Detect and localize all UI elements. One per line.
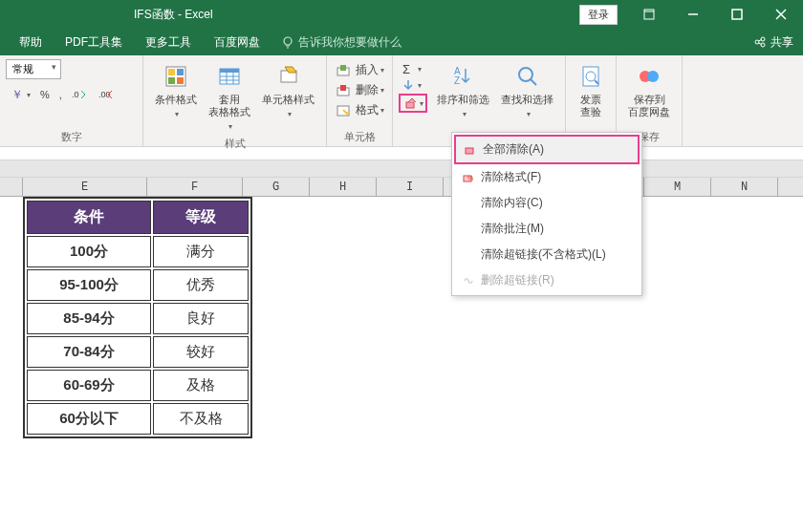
group-label-styles: 样式 [149,135,320,153]
increase-decimal-button[interactable]: .0 [68,86,93,103]
comma-button[interactable]: , [55,87,66,102]
clear-hyperlink-item[interactable]: 清除超链接(不含格式)(L) [454,242,640,267]
column-headers: E F G H I J K L M N [0,178,803,197]
eraser-format-icon: % [462,172,475,183]
format-as-table-button[interactable]: 套用 表格格式▾ [203,59,256,135]
svg-text:Z: Z [454,75,460,86]
svg-text:%: % [467,175,473,181]
tell-me-search[interactable]: 告诉我你想要做什么 [281,34,402,51]
group-label-cells: 单元格 [333,128,386,146]
close-icon[interactable] [759,0,803,29]
number-format-combo[interactable]: 常规 [6,59,61,79]
clear-all-item[interactable]: 全部清除(A) [454,135,640,164]
menu-help[interactable]: 帮助 [8,29,54,55]
ribbon-group-number: 常规 ￥▾ % , .0 .00 数字 [0,55,143,146]
svg-line-13 [759,43,762,45]
header-condition: 条件 [27,201,151,234]
svg-point-6 [284,37,292,45]
menu-baidu-cloud[interactable]: 百度网盘 [203,29,271,55]
table-row[interactable]: 100分满分 [27,236,249,267]
svg-text:￥: ￥ [11,88,23,101]
svg-text:Σ: Σ [402,62,410,75]
sort-filter-button[interactable]: AZ 排序和筛选▾ [431,59,495,122]
menubar: 帮助 PDF工具集 更多工具 百度网盘 告诉我你想要做什么 共享 [0,29,803,55]
svg-rect-3 [732,10,742,19]
col-header-e[interactable]: E [23,178,147,196]
col-header-i[interactable]: I [377,178,444,196]
svg-point-11 [761,43,765,47]
ribbon-options-icon[interactable] [627,0,671,29]
ribbon-group-styles: 条件格式▾ 套用 表格格式▾ 单元格样式▾ 样式 [143,55,327,146]
col-header-m[interactable]: M [644,178,711,196]
clear-format-item[interactable]: % 清除格式(F) [454,164,640,190]
share-label: 共享 [770,34,793,51]
remove-hyperlink-item: 删除超链接(R) [454,267,640,293]
svg-rect-32 [340,85,346,91]
ribbon-group-cells: 插入 ▾ 删除 ▾ 格式 ▾ 单元格 [327,55,393,146]
svg-text:.0: .0 [72,90,79,99]
share-button[interactable]: 共享 [753,34,793,51]
data-table[interactable]: 条件 等级 100分满分 95-100分优秀 85-94分良好 70-84分较好… [23,197,252,438]
select-all-corner[interactable] [0,178,23,196]
clear-dropdown-menu: 全部清除(A) % 清除格式(F) 清除内容(C) 清除批注(M) 清除超链接(… [451,132,642,296]
svg-rect-45 [466,148,473,154]
svg-point-10 [761,37,765,41]
svg-rect-19 [177,69,184,75]
spacer-bar [0,160,803,178]
titlebar: IFS函数 - Excel 登录 [0,0,803,29]
window-title: IFS函数 - Excel [134,7,213,23]
clear-content-item[interactable]: 清除内容(C) [454,190,640,216]
sheet-area[interactable]: E F G H I J K L M N 条件 等级 100分满分 95-100分… [0,178,803,531]
titlebar-controls: 登录 [579,0,803,29]
tell-me-label: 告诉我你想要做什么 [298,34,402,51]
maximize-icon[interactable] [715,0,759,29]
table-row[interactable]: 95-100分优秀 [27,269,249,301]
minimize-icon[interactable] [671,0,715,29]
currency-button[interactable]: ￥▾ [6,85,34,104]
lightbulb-icon [281,35,294,49]
group-label-number: 数字 [6,128,137,146]
insert-cells-button[interactable]: 插入 ▾ [333,61,386,79]
table-row[interactable]: 85-94分良好 [27,303,249,334]
table-header-row: 条件 等级 [27,201,249,234]
autosum-button[interactable]: Σ▾ [399,61,427,76]
format-cells-button[interactable]: 格式 ▾ [333,101,386,119]
svg-rect-30 [340,65,346,71]
clear-button[interactable]: ▾ [399,94,427,113]
svg-point-44 [647,71,659,82]
login-button[interactable]: 登录 [579,5,618,25]
formula-bar[interactable] [0,147,803,160]
svg-rect-23 [220,69,239,73]
ribbon: 常规 ￥▾ % , .0 .00 数字 条件格式▾ 套用 表格格式▾ [0,55,803,147]
table-row[interactable]: 70-84分较好 [27,336,249,368]
col-header-h[interactable]: H [310,178,377,196]
svg-point-38 [519,68,532,81]
svg-rect-21 [177,77,184,84]
eraser-icon [464,144,477,156]
col-header-n[interactable]: N [711,178,778,196]
decrease-decimal-button[interactable]: .00 [95,86,119,103]
save-to-cloud-button[interactable]: 保存到 百度网盘 [622,59,676,120]
share-icon [753,35,767,49]
col-header-f[interactable]: F [147,178,243,196]
conditional-format-button[interactable]: 条件格式▾ [149,59,203,135]
svg-line-39 [531,79,536,85]
fill-button[interactable]: ▾ [399,77,427,93]
menu-more-tools[interactable]: 更多工具 [134,29,203,55]
svg-rect-35 [406,102,414,108]
svg-rect-18 [168,69,175,75]
clear-comment-item[interactable]: 清除批注(M) [454,216,640,242]
table-row[interactable]: 60-69分及格 [27,370,249,401]
col-header-g[interactable]: G [243,178,310,196]
svg-line-12 [759,40,762,42]
menu-pdf-tools[interactable]: PDF工具集 [54,29,134,55]
unlink-icon [462,275,475,287]
find-select-button[interactable]: 查找和选择▾ [495,59,559,122]
delete-cells-button[interactable]: 删除 ▾ [333,81,386,99]
percent-button[interactable]: % [36,87,54,102]
svg-rect-20 [168,77,175,84]
table-row[interactable]: 60分以下不及格 [27,403,249,435]
cell-styles-button[interactable]: 单元格样式▾ [256,59,320,135]
header-grade: 等级 [153,201,249,234]
invoice-check-button[interactable]: 发票 查验 [572,59,610,120]
